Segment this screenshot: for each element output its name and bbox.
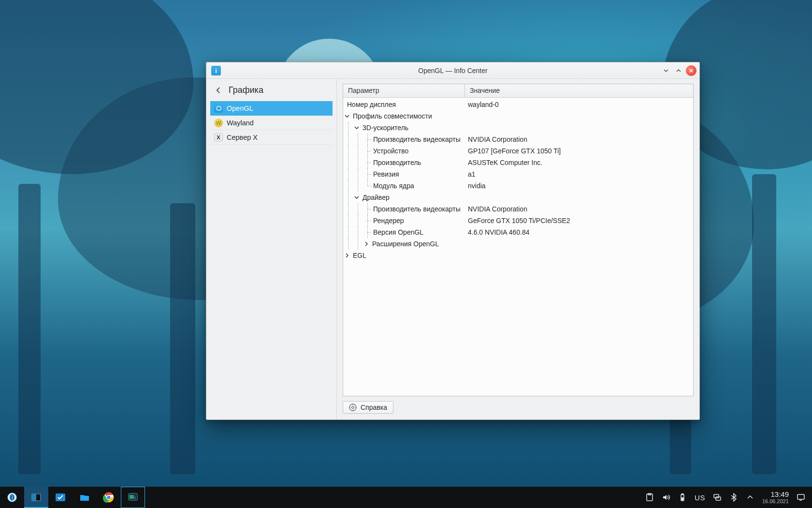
window-title: OpenGL — Info Center <box>418 67 487 75</box>
svg-rect-17 <box>682 497 683 500</box>
property-tree: Параметр Значение Номер дисплея wayland-… <box>343 84 694 396</box>
tree-row[interactable]: Драйвер <box>343 192 693 203</box>
taskbar-app-infocenter[interactable]: i <box>121 487 145 508</box>
sidebar-item-label: Сервер X <box>227 134 258 141</box>
taskbar-app-discover[interactable] <box>48 487 72 508</box>
help-button[interactable]: Справка <box>343 401 393 414</box>
wayland-icon: W <box>214 119 223 127</box>
help-icon <box>349 403 357 411</box>
info-center-window: i OpenGL — Info Center Графика 🖵 OpenGL <box>206 62 700 420</box>
tree-row[interactable]: Производитель видеокартыNVIDIA Corporati… <box>343 203 693 215</box>
tray-show-desktop-icon[interactable] <box>797 493 805 502</box>
xorg-icon: X <box>214 133 223 142</box>
taskbar: i US 13:49 16.06.2021 <box>0 487 812 508</box>
tree-row[interactable]: Производитель видеокартыNVIDIA Corporati… <box>343 134 693 145</box>
tree-row[interactable]: Расширения OpenGL <box>343 238 693 250</box>
tree-body[interactable]: Номер дисплея wayland-0 Профиль совмести… <box>343 98 693 396</box>
opengl-icon: 🖵 <box>214 104 223 113</box>
tree-row[interactable]: Номер дисплея wayland-0 <box>343 99 693 110</box>
svg-point-1 <box>352 406 354 409</box>
tree-row[interactable]: РендерерGeForce GTX 1050 Ti/PCIe/SSE2 <box>343 215 693 226</box>
maximize-button[interactable] <box>673 65 684 76</box>
titlebar[interactable]: i OpenGL — Info Center <box>206 62 699 79</box>
sidebar-item-label: Wayland <box>227 119 254 127</box>
tree-row[interactable]: Версия OpenGL4.6.0 NVIDIA 460.84 <box>343 226 693 238</box>
tree-row[interactable]: Профиль совместимости <box>343 110 693 122</box>
tree-row[interactable]: ПроизводительASUSTeK Computer Inc. <box>343 157 693 168</box>
tray-network-icon[interactable] <box>713 493 722 502</box>
svg-rect-19 <box>716 497 721 500</box>
tree-row[interactable]: EGL <box>343 250 693 261</box>
svg-rect-11 <box>130 495 134 499</box>
taskbar-pager[interactable] <box>24 487 48 508</box>
tray-bluetooth-icon[interactable] <box>729 493 738 502</box>
tree-row[interactable]: 3D-ускоритель <box>343 122 693 134</box>
taskbar-app-chrome[interactable] <box>97 487 121 508</box>
tree-row[interactable]: Ревизияa1 <box>343 168 693 180</box>
column-header-param[interactable]: Параметр <box>343 84 465 97</box>
column-header-value[interactable]: Значение <box>465 84 693 97</box>
tray-keyboard-layout[interactable]: US <box>695 493 705 502</box>
svg-point-0 <box>349 404 356 411</box>
tray-battery-icon[interactable] <box>678 493 687 502</box>
back-button[interactable] <box>213 85 224 95</box>
app-launcher-button[interactable] <box>0 487 24 508</box>
tree-row[interactable]: Модуль ядраnvidia <box>343 180 693 192</box>
taskbar-app-dolphin[interactable] <box>72 487 97 508</box>
chevron-down-icon[interactable] <box>353 124 361 132</box>
close-button[interactable] <box>686 65 696 76</box>
chevron-down-icon[interactable] <box>353 194 361 201</box>
app-icon: i <box>211 66 221 75</box>
tray-volume-icon[interactable] <box>662 493 670 502</box>
sidebar-item-xserver[interactable]: X Сервер X <box>210 130 333 145</box>
sidebar-section-title: Графика <box>229 85 263 95</box>
chevron-down-icon[interactable] <box>343 112 351 120</box>
tray-clipboard-icon[interactable] <box>645 493 654 502</box>
sidebar: Графика 🖵 OpenGL W Wayland X Сервер X <box>206 79 337 419</box>
chevron-right-icon[interactable] <box>343 252 351 259</box>
sidebar-item-opengl[interactable]: 🖵 OpenGL <box>210 101 333 116</box>
sidebar-item-wayland[interactable]: W Wayland <box>210 116 333 130</box>
svg-rect-20 <box>798 494 804 499</box>
sidebar-item-label: OpenGL <box>227 105 253 112</box>
svg-rect-4 <box>32 494 36 501</box>
tray-clock[interactable]: 13:49 16.06.2021 <box>762 491 789 505</box>
tray-expand-icon[interactable] <box>746 493 754 502</box>
svg-rect-18 <box>714 494 719 498</box>
tree-row[interactable]: УстройствоGP107 [GeForce GTX 1050 Ti] <box>343 145 693 157</box>
chevron-right-icon[interactable] <box>362 240 370 248</box>
minimize-button[interactable] <box>661 65 671 76</box>
svg-text:i: i <box>134 495 136 500</box>
